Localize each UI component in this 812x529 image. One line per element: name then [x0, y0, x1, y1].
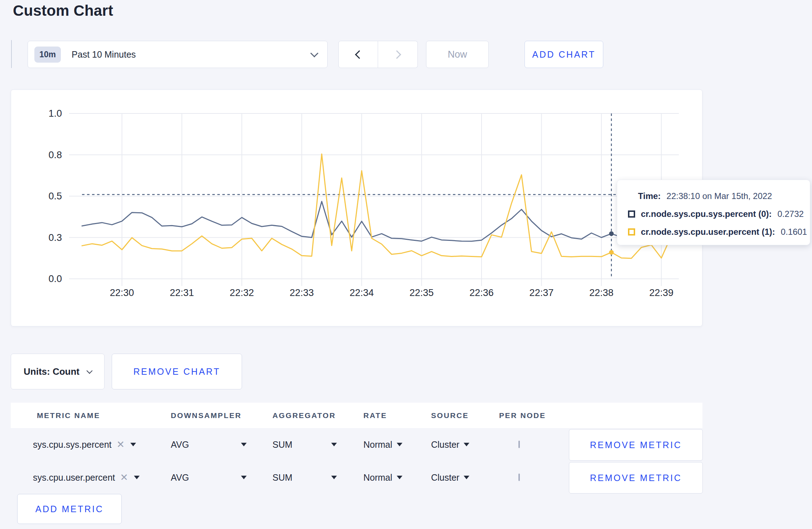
- rate-dropdown[interactable]: Normal: [363, 440, 402, 450]
- time-window-prev-button[interactable]: [338, 41, 378, 68]
- series-swatch-icon: [628, 210, 635, 218]
- per-node-checkbox[interactable]: [518, 474, 520, 481]
- cpu-usage-line-chart[interactable]: 22:3022:3122:3222:3322:3422:3522:3622:37…: [11, 90, 703, 327]
- series-line-1: [82, 154, 671, 258]
- add-chart-button[interactable]: ADD CHART: [525, 41, 603, 68]
- x-tick-label: 22:32: [230, 287, 254, 298]
- caret-down-icon: [397, 476, 402, 479]
- aggregator-dropdown[interactable]: SUM: [272, 472, 337, 483]
- tooltip-time-value: 22:38:10 on Mar 15th, 2022: [667, 191, 772, 201]
- metric-table-row: sys.cpu.user.percent ✕ AVG SUM Normal Cl…: [11, 461, 702, 494]
- remove-metric-button[interactable]: REMOVE METRIC: [569, 429, 703, 461]
- aggregator-value: SUM: [272, 472, 293, 483]
- clear-metric-icon[interactable]: ✕: [120, 472, 128, 483]
- series-swatch-icon: [628, 228, 635, 236]
- metric-table-row: sys.cpu.sys.percent ✕ AVG SUM Normal Clu…: [11, 428, 702, 461]
- x-tick-label: 22:31: [170, 287, 194, 298]
- chart-hover-tooltip: Time: 22:38:10 on Mar 15th, 2022 cr.node…: [617, 180, 810, 245]
- tooltip-series-value: 0.1601: [781, 227, 807, 237]
- downsampler-dropdown[interactable]: AVG: [171, 440, 247, 450]
- tooltip-series-row: cr.node.sys.cpu.user.percent (1): 0.1601: [628, 223, 810, 241]
- per-node-checkbox[interactable]: [518, 441, 520, 448]
- series-line-0: [82, 202, 671, 241]
- tooltip-series-row: cr.node.sys.cpu.sys.percent (0): 0.2732: [628, 205, 810, 223]
- y-tick-label: 0.3: [48, 232, 62, 243]
- tooltip-series-name: cr.node.sys.cpu.user.percent (1):: [641, 227, 775, 237]
- chevron-right-icon: [392, 50, 401, 59]
- chevron-down-icon: [310, 49, 319, 58]
- downsampler-value: AVG: [171, 472, 189, 483]
- time-window-badge: 10m: [34, 47, 61, 63]
- remove-chart-button[interactable]: REMOVE CHART: [112, 354, 242, 389]
- y-tick-label: 0.5: [48, 191, 62, 202]
- x-tick-label: 22:39: [649, 287, 673, 298]
- x-tick-label: 22:30: [110, 287, 134, 298]
- x-tick-label: 22:36: [469, 287, 494, 298]
- chevron-down-icon: [86, 368, 92, 374]
- y-tick-label: 0.8: [48, 150, 62, 160]
- downsampler-dropdown[interactable]: AVG: [171, 472, 247, 483]
- source-value: Cluster: [431, 440, 459, 450]
- metric-dropdown-caret-icon[interactable]: [134, 476, 140, 479]
- column-header-downsampler: DOWNSAMPLER: [171, 411, 272, 420]
- metrics-table-header: METRIC NAME DOWNSAMPLER AGGREGATOR RATE …: [11, 403, 702, 428]
- add-metric-button[interactable]: ADD METRIC: [17, 494, 122, 524]
- aggregator-dropdown[interactable]: SUM: [272, 440, 337, 450]
- x-tick-label: 22:35: [410, 287, 434, 298]
- crosshair-point-0: [609, 231, 614, 236]
- x-tick-label: 22:34: [349, 287, 374, 298]
- y-tick-label: 1.0: [48, 108, 62, 119]
- toolbar-divider: [11, 40, 12, 68]
- downsampler-value: AVG: [171, 440, 189, 450]
- column-header-source: SOURCE: [431, 411, 499, 420]
- remove-metric-button[interactable]: REMOVE METRIC: [569, 462, 703, 494]
- metric-name-value[interactable]: sys.cpu.sys.percent: [33, 440, 112, 450]
- clear-metric-icon[interactable]: ✕: [117, 439, 125, 450]
- metric-dropdown-caret-icon[interactable]: [130, 443, 136, 446]
- y-tick-label: 0.0: [48, 273, 62, 284]
- column-header-per-node: PER NODE: [499, 411, 569, 420]
- units-dropdown[interactable]: Units: Count: [11, 354, 105, 389]
- time-window-label: Past 10 Minutes: [72, 49, 136, 60]
- tooltip-series-name: cr.node.sys.cpu.sys.percent (0):: [641, 209, 772, 219]
- time-window-next-button[interactable]: [378, 41, 418, 68]
- time-window-dropdown[interactable]: 10m Past 10 Minutes: [28, 41, 328, 68]
- metric-name-value[interactable]: sys.cpu.user.percent: [33, 472, 115, 483]
- rate-value: Normal: [363, 472, 392, 483]
- source-value: Cluster: [431, 472, 459, 483]
- caret-down-icon: [464, 476, 469, 479]
- rate-value: Normal: [363, 440, 392, 450]
- column-header-aggregator: AGGREGATOR: [272, 411, 363, 420]
- page-title: Custom Chart: [13, 2, 113, 19]
- metrics-table-body: sys.cpu.sys.percent ✕ AVG SUM Normal Clu…: [11, 428, 702, 494]
- caret-down-icon: [331, 443, 337, 446]
- source-dropdown[interactable]: Cluster: [431, 440, 469, 450]
- rate-dropdown[interactable]: Normal: [363, 472, 402, 483]
- crosshair-point-1: [609, 250, 614, 255]
- aggregator-value: SUM: [272, 440, 293, 450]
- x-tick-label: 22:37: [530, 287, 554, 298]
- caret-down-icon: [331, 476, 337, 479]
- caret-down-icon: [241, 476, 247, 479]
- caret-down-icon: [397, 443, 402, 446]
- column-header-rate: RATE: [363, 411, 431, 420]
- x-tick-label: 22:38: [589, 287, 614, 298]
- tooltip-time-label: Time:: [638, 191, 661, 201]
- source-dropdown[interactable]: Cluster: [431, 472, 469, 483]
- caret-down-icon: [241, 443, 247, 446]
- now-button[interactable]: Now: [426, 41, 489, 68]
- caret-down-icon: [464, 443, 469, 446]
- tooltip-series-value: 0.2732: [777, 209, 803, 219]
- custom-chart-panel: 22:3022:3122:3222:3322:3422:3522:3622:37…: [11, 89, 702, 326]
- units-label: Units: Count: [24, 366, 79, 377]
- column-header-metric-name: METRIC NAME: [11, 411, 171, 420]
- x-tick-label: 22:33: [290, 287, 314, 298]
- chevron-left-icon: [355, 50, 363, 59]
